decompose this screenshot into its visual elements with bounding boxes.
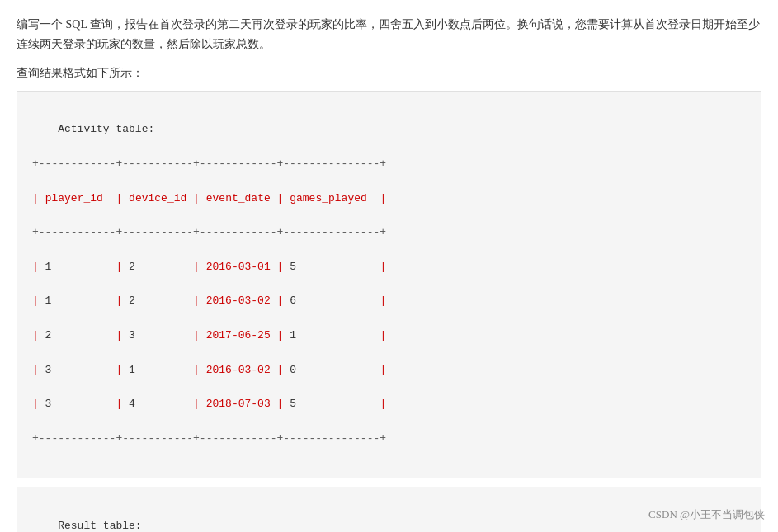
intro-text: 编写一个 SQL 查询，报告在首次登录的第二天再次登录的玩家的比率，四舍五入到小… — [17, 15, 761, 54]
watermark: CSDN @小王不当调包侠 — [648, 507, 765, 522]
activity-row-1: | 1 | 2 | 2016-03-01 | 5 | — [32, 261, 386, 273]
page-container: 编写一个 SQL 查询，报告在首次登录的第二天再次登录的玩家的比率，四舍五入到小… — [0, 0, 778, 532]
activity-border-top: +------------+-----------+------------+-… — [32, 158, 386, 170]
activity-header: | player_id | device_id | event_date | g… — [32, 192, 386, 205]
activity-row-3: | 2 | 3 | 2017-06-25 | 1 | — [32, 329, 386, 341]
activity-table-title: Activity table: — [58, 123, 154, 135]
activity-border-bot: +------------+-----------+------------+-… — [32, 432, 386, 445]
result-table-title: Result table: — [58, 520, 141, 532]
activity-row-5: | 3 | 4 | 2018-07-03 | 5 | — [32, 398, 386, 410]
activity-table-block: Activity table: +------------+----------… — [17, 91, 761, 479]
result-format-label: 查询结果格式如下所示： — [17, 66, 761, 81]
activity-row-2: | 1 | 2 | 2016-03-02 | 6 | — [32, 294, 386, 307]
activity-row-4: | 3 | 1 | 2016-03-02 | 0 | — [32, 364, 386, 376]
activity-border-mid: +------------+-----------+------------+-… — [32, 226, 386, 238]
